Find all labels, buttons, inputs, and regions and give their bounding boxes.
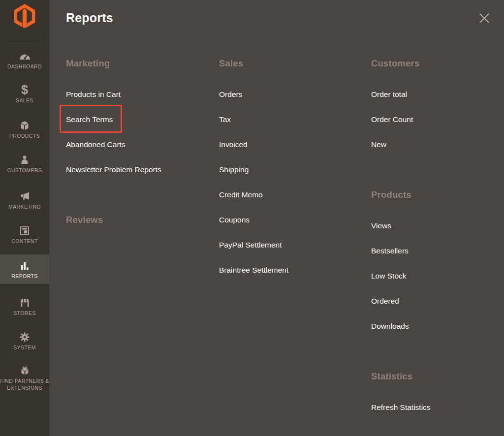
menu-section-customers: CustomersOrder totalOrder CountNew	[371, 51, 504, 157]
sidebar-item-label: CONTENT	[0, 238, 49, 245]
menu-item-shipping[interactable]: Shipping	[219, 157, 362, 182]
sidebar-item-label: CUSTOMERS	[0, 167, 49, 174]
system-icon	[0, 330, 49, 343]
sidebar-item-label: MARKETING	[0, 204, 49, 211]
menu-section-statistics: StatisticsRefresh Statistics	[371, 364, 504, 420]
sidebar-item-customers[interactable]: CUSTOMERS	[0, 153, 49, 174]
menu-item-new[interactable]: New	[371, 132, 504, 157]
menu-column: CustomersOrder totalOrder CountNewProduc…	[371, 51, 504, 436]
menu-item-refresh-statistics[interactable]: Refresh Statistics	[371, 395, 504, 420]
menu-section-marketing: MarketingProducts in CartSearch TermsAba…	[66, 51, 209, 182]
menu-item-views[interactable]: Views	[371, 213, 504, 238]
sidebar-item-label: SYSTEM	[0, 344, 49, 351]
menu-item-downloads[interactable]: Downloads	[371, 313, 504, 339]
menu-column: SalesOrdersTaxInvoicedShippingCredit Mem…	[219, 51, 362, 308]
products-icon	[0, 119, 49, 132]
sidebar: DASHBOARD$SALESPRODUCTSCUSTOMERSMARKETIN…	[0, 0, 49, 436]
section-title: Customers	[371, 51, 504, 76]
stores-icon	[0, 296, 49, 309]
sidebar-item-label: STORES	[0, 310, 49, 317]
sidebar-item-dashboard[interactable]: DASHBOARD	[0, 49, 49, 70]
menu-section-reviews: Reviews	[66, 207, 209, 232]
close-icon[interactable]	[477, 12, 491, 26]
sidebar-item-products[interactable]: PRODUCTS	[0, 119, 49, 140]
section-title: Reviews	[66, 207, 209, 232]
section-title: Products	[371, 182, 504, 207]
reports-menu-panel: Reports MarketingProducts in CartSearch …	[49, 0, 504, 436]
section-title: Marketing	[66, 51, 209, 76]
menu-section-products: ProductsViewsBestsellersLow StockOrdered…	[371, 182, 504, 339]
sidebar-item-sales[interactable]: $SALES	[0, 83, 49, 104]
magento-logo-icon	[11, 3, 38, 29]
menu-item-tax[interactable]: Tax	[219, 107, 362, 132]
menu-item-bestsellers[interactable]: Bestsellers	[371, 238, 504, 263]
sidebar-item-content[interactable]: CONTENT	[0, 224, 49, 245]
extensions-icon	[0, 364, 49, 377]
sidebar-item-find-partners[interactable]: FIND PARTNERS & EXTENSIONS	[0, 364, 49, 391]
menu-item-ordered[interactable]: Ordered	[371, 288, 504, 313]
menu-item-orders[interactable]: Orders	[219, 82, 362, 107]
customers-icon	[0, 153, 49, 166]
page-title: Reports	[66, 11, 113, 25]
highlight-box	[60, 105, 122, 133]
sidebar-item-label: PRODUCTS	[0, 133, 49, 140]
sidebar-item-label: FIND PARTNERS & EXTENSIONS	[0, 378, 49, 391]
menu-item-paypal-settlement[interactable]: PayPal Settlement	[219, 232, 362, 257]
menu-item-newsletter-problem-reports[interactable]: Newsletter Problem Reports	[66, 157, 209, 182]
menu-item-search-terms[interactable]: Search Terms	[66, 107, 209, 132]
sidebar-item-system[interactable]: SYSTEM	[0, 330, 49, 351]
section-title: Sales	[219, 51, 362, 76]
marketing-icon	[0, 189, 49, 203]
divider	[7, 358, 42, 358]
menu-item-low-stock[interactable]: Low Stock	[371, 263, 504, 288]
menu-item-abandoned-carts[interactable]: Abandoned Carts	[66, 132, 209, 157]
sidebar-item-label: DASHBOARD	[0, 63, 49, 70]
menu-column: MarketingProducts in CartSearch TermsAba…	[66, 51, 209, 257]
divider	[7, 42, 42, 42]
section-title: Statistics	[371, 364, 504, 389]
menu-item-invoiced[interactable]: Invoiced	[219, 132, 362, 157]
menu-item-coupons[interactable]: Coupons	[219, 207, 362, 232]
sidebar-item-stores[interactable]: STORES	[0, 296, 49, 317]
dashboard-icon	[0, 49, 49, 62]
menu-item-products-in-cart[interactable]: Products in Cart	[66, 82, 209, 107]
reports-icon	[0, 259, 49, 272]
menu-item-order-count[interactable]: Order Count	[371, 107, 504, 132]
menu-item-order-total[interactable]: Order total	[371, 82, 504, 107]
sidebar-item-label: SALES	[0, 97, 49, 104]
sidebar-item-marketing[interactable]: MARKETING	[0, 189, 49, 211]
menu-item-credit-memo[interactable]: Credit Memo	[219, 182, 362, 207]
menu-item-braintree-settlement[interactable]: Braintree Settlement	[219, 257, 362, 282]
sidebar-item-label: REPORTS	[0, 273, 49, 280]
sidebar-item-reports[interactable]: REPORTS	[0, 254, 49, 284]
menu-section-sales: SalesOrdersTaxInvoicedShippingCredit Mem…	[219, 51, 362, 282]
sales-icon: $	[0, 83, 49, 96]
magento-logo[interactable]	[0, 3, 49, 31]
content-icon	[0, 224, 49, 237]
